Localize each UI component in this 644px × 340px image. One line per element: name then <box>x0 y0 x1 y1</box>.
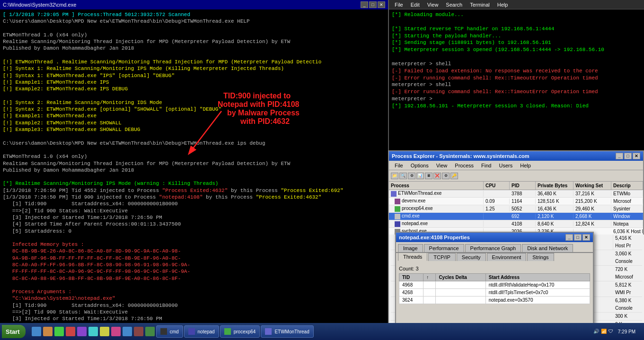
toolbar-icon[interactable]: ⚙ <box>408 173 415 179</box>
np-maximize[interactable]: □ <box>574 234 582 241</box>
taskbar-quicklaunch-icon[interactable] <box>66 327 75 336</box>
pe-row-cmd[interactable]: cmd.exe 692 2,120 K 2,668 K Window <box>389 213 643 220</box>
pe-col-pid[interactable]: PID <box>510 182 536 190</box>
taskbar-quicklaunch-icon[interactable] <box>54 327 64 336</box>
pe-cell-name: notepad.exe <box>389 221 484 227</box>
pe-cell-working: 2,668 K <box>573 214 611 219</box>
np-thread-cycles <box>436 289 485 296</box>
pe-cell-name: devenv.exe <box>389 198 484 204</box>
pe-cell-pid: 1164 <box>510 199 536 204</box>
msf-content: [*] Reloading module... [*] Started reve… <box>389 9 644 161</box>
tab-tcp-ip[interactable]: TCP/IP <box>428 253 455 261</box>
taskbar-quicklaunch-icon[interactable] <box>111 327 121 336</box>
tab-image[interactable]: Image <box>398 244 423 252</box>
np-thread-delta-indicator <box>423 281 436 289</box>
taskbar-app-procexp[interactable]: procexp64 <box>220 325 260 338</box>
minimize-button[interactable]: _ <box>361 1 368 8</box>
terminal-line <box>3 235 385 241</box>
terminal-line: 8C-8B-9B-9E-26-A0-8C-86-8C-A0-8F-8D-90-9… <box>3 248 385 254</box>
toolbar-icon[interactable]: 🖥 <box>425 173 432 179</box>
tab-performance-graph[interactable]: Performance Graph <box>465 244 521 252</box>
terminal-line: [!] Example2: ETWMonThread.exe IPS DEBUG <box>3 86 385 92</box>
taskbar-systray: 🔊 📶 🛡 7:29 PM <box>593 329 642 334</box>
pe-menu-options[interactable]: Options <box>407 162 432 169</box>
toolbar-icon[interactable]: 📁 <box>391 173 398 179</box>
pe-maximize[interactable]: □ <box>624 153 632 159</box>
np-count-value: 3 <box>415 266 418 271</box>
maximize-button[interactable]: □ <box>369 1 377 8</box>
taskbar-quicklaunch-icon[interactable] <box>77 327 87 336</box>
pe-toolbar: 📁 🔍 ⚙ 📊 🖥 ❌ ⚙ 🔑 <box>389 170 643 182</box>
taskbar-app-etwmon[interactable]: ETWMonThread <box>261 325 313 338</box>
pe-menu-view[interactable]: View <box>432 162 451 169</box>
close-button[interactable]: ✕ <box>378 1 385 8</box>
cmd-title: C:\Windows\System32\cmd.exe <box>3 2 76 8</box>
pe-menu-process[interactable]: Process <box>451 162 477 169</box>
pe-menu-find[interactable]: Find <box>477 162 495 169</box>
toolbar-icon[interactable]: ⚙ <box>442 173 450 179</box>
taskbar-quicklaunch-icon[interactable] <box>134 327 143 336</box>
pe-minimize[interactable]: _ <box>616 153 623 159</box>
msf-menu-search[interactable]: Search <box>442 1 466 9</box>
tab-performance[interactable]: Performance <box>424 244 464 252</box>
tab-security[interactable]: Security <box>457 253 486 261</box>
pe-col-desc[interactable]: Descrip <box>611 182 643 190</box>
msf-menu-view[interactable]: View <box>423 1 442 9</box>
msf-line: [*] Starting the payload handler... <box>392 33 641 40</box>
pe-row-etwmon[interactable]: ETWMonThread.exe 3788 36,480 K 37,216 K … <box>389 190 643 198</box>
pe-row-procexp[interactable]: procexp64.exe 1.25 5052 16,436 K 29,460 … <box>389 205 643 213</box>
pe-menu-file[interactable]: File <box>391 162 407 169</box>
terminal-line: [!] Example1: ETWMonThread.exe <box>3 113 385 119</box>
msf-menu-file[interactable]: File <box>391 1 407 9</box>
pe-cell-working: 29,460 K <box>573 206 611 211</box>
msf-menu-edit[interactable]: Edit <box>407 1 423 9</box>
terminal-line: "C:\Windows\System32\notepad.exe" <box>3 295 385 302</box>
toolbar-icon[interactable]: 📊 <box>416 173 424 179</box>
terminal-line: [*] Realtime Scanning/Monitoring IPS Mod… <box>3 180 385 187</box>
terminal-line: [1/3/2018 7:26:50 PM] Tid 900 injected t… <box>3 194 385 201</box>
taskbar-quicklaunch-icon[interactable] <box>88 327 98 336</box>
pe-col-private[interactable]: Private Bytes <box>536 182 573 190</box>
np-thread-row[interactable]: 4268 ntdll.dll!TplsTimerSet+0x7c0 <box>399 289 590 296</box>
pe-cell-desc: 6,036 K Host Pr <box>611 229 643 234</box>
taskbar-app-notepad[interactable]: notepad <box>184 325 219 338</box>
tab-strings[interactable]: Strings <box>527 253 554 261</box>
taskbar-quicklaunch-icon[interactable] <box>123 327 132 336</box>
tab-environment[interactable]: Environment <box>487 253 527 261</box>
pe-close[interactable]: ✕ <box>633 153 640 159</box>
taskbar-quicklaunch-icon[interactable] <box>100 327 109 336</box>
pe-row-devenv[interactable]: devenv.exe 0.09 1164 128,516 K 215,200 K… <box>389 198 643 205</box>
np-close[interactable]: ✕ <box>582 234 590 241</box>
msf-line: [*] Sending stage (1188911 bytes) to 192… <box>392 39 641 46</box>
np-thread-cycles <box>436 281 485 289</box>
np-minimize[interactable]: _ <box>565 234 573 241</box>
tab-threads[interactable]: Threads <box>398 253 427 261</box>
np-thread-tid: 3624 <box>399 296 423 304</box>
taskbar-quicklaunch-icon[interactable] <box>32 327 41 336</box>
np-thread-row[interactable]: 3624 notepad.exe+0x3570 <box>399 296 590 304</box>
toolbar-icon[interactable]: ❌ <box>433 173 441 179</box>
pe-col-working[interactable]: Working Set <box>573 182 611 190</box>
terminal-line: [3] Injected or Started Time:1/3/2018 7:… <box>3 214 385 221</box>
pe-menu-users[interactable]: Users <box>495 162 516 169</box>
pe-cell-desc: Notepa <box>611 221 643 227</box>
taskbar-app-cmd[interactable]: cmd <box>156 325 183 338</box>
taskbar-quicklaunch-icon[interactable] <box>43 327 53 336</box>
msf-menu-help[interactable]: Help <box>494 1 512 9</box>
toolbar-icon[interactable]: 🔑 <box>450 173 458 179</box>
pe-col-process[interactable]: Process <box>389 182 484 190</box>
terminal-line: C:\Users\damon\Desktop\MPD New etw\ETWMo… <box>3 140 385 147</box>
pe-row-notepad[interactable]: notepad.exe 4108 8,640 K 12,824 K Notepa <box>389 220 643 228</box>
np-thread-row[interactable]: 4968 ntdll.dll!RtlValidateHeap+0x170 <box>399 281 590 289</box>
tab-disk-network[interactable]: Disk and Network <box>522 244 573 252</box>
msf-menu-terminal[interactable]: Terminal <box>466 1 494 9</box>
pe-cell-pid: 4108 <box>510 221 536 227</box>
pe-menu-help[interactable]: Help <box>516 162 535 169</box>
toolbar-icon[interactable]: 🔍 <box>399 173 407 179</box>
start-button[interactable]: Start <box>2 325 26 338</box>
pe-cell-desc: Sysinter <box>611 206 643 211</box>
pe-cell-pid: 692 <box>510 214 536 219</box>
taskbar-quicklaunch-icon[interactable] <box>145 327 155 336</box>
np-thread-table: TID ↑ Cycles Delta Start Address 4968 nt… <box>399 273 590 304</box>
pe-col-cpu[interactable]: CPU <box>484 182 510 190</box>
